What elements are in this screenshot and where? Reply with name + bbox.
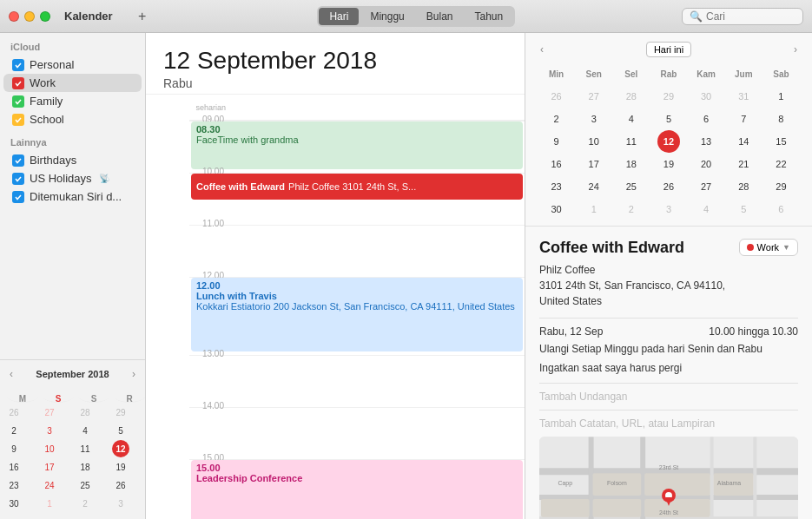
sidebar-item-birthdays[interactable]: Birthdays xyxy=(3,151,142,169)
search-input[interactable] xyxy=(706,10,793,23)
birthdays-checkbox[interactable] xyxy=(12,154,24,167)
mcg-day[interactable]: 19 xyxy=(657,153,680,175)
sidebar-item-personal[interactable]: Personal xyxy=(3,56,142,74)
mcg-day[interactable]: 9 xyxy=(545,130,568,153)
close-button[interactable] xyxy=(9,11,19,22)
mini-cal-top-prev[interactable]: ‹ xyxy=(538,43,546,56)
add-button[interactable]: + xyxy=(134,8,151,25)
personal-checkbox[interactable] xyxy=(12,59,24,71)
mini-cal-day[interactable]: 3 xyxy=(112,495,129,512)
mini-cal-day[interactable]: 10 xyxy=(41,440,58,457)
mcg-day[interactable]: 23 xyxy=(545,175,568,198)
mini-cal-day[interactable]: 16 xyxy=(5,458,23,476)
mcg-day[interactable]: 7 xyxy=(732,108,755,130)
mcg-day[interactable]: 10 xyxy=(583,130,605,153)
mini-cal-sidebar-next[interactable]: › xyxy=(129,367,138,381)
mini-cal-day[interactable]: 9 xyxy=(5,440,23,457)
mcg-day[interactable]: 16 xyxy=(545,153,568,175)
mcg-day[interactable]: 4 xyxy=(695,198,717,220)
sidebar-item-work[interactable]: Work xyxy=(3,74,142,92)
mini-cal-day[interactable]: 26 xyxy=(5,404,23,421)
event-facetime[interactable]: 08.30 FaceTime with grandma xyxy=(191,122,523,169)
mcg-day[interactable]: 29 xyxy=(657,85,680,108)
search-bar[interactable]: 🔍 xyxy=(682,8,803,25)
tab-month[interactable]: Bulan xyxy=(416,8,464,25)
mini-cal-day[interactable]: 1 xyxy=(41,495,58,512)
work-checkbox[interactable] xyxy=(12,77,24,89)
event-leadership[interactable]: 15.00 Leadership Conference xyxy=(191,460,523,519)
event-lunch[interactable]: 12.00 Lunch with Travis Kokkari Estiator… xyxy=(191,278,523,351)
us-holidays-checkbox[interactable] xyxy=(12,173,24,185)
mcg-day[interactable]: 18 xyxy=(620,153,643,175)
mcg-day[interactable]: 13 xyxy=(695,130,717,153)
mcg-day[interactable]: 1 xyxy=(769,85,792,108)
mcg-day[interactable]: 8 xyxy=(769,108,792,130)
event-coffee[interactable]: Coffee with Edward Philz Coffee 3101 24t… xyxy=(191,174,523,200)
mini-cal-day[interactable]: 18 xyxy=(76,458,94,476)
mini-cal-day[interactable]: 2 xyxy=(76,495,94,512)
mcg-day[interactable]: 25 xyxy=(620,175,643,198)
sidebar-item-us-holidays[interactable]: US Holidays 📡 xyxy=(3,169,142,187)
mcg-day[interactable]: 26 xyxy=(545,85,568,108)
mcg-day[interactable]: 20 xyxy=(695,153,717,175)
mini-cal-day[interactable]: 23 xyxy=(5,476,23,494)
mcg-day[interactable]: 11 xyxy=(620,130,643,153)
mcg-day[interactable]: 1 xyxy=(583,198,605,220)
mini-cal-sidebar-prev[interactable]: ‹ xyxy=(7,367,16,381)
mcg-day[interactable]: 3 xyxy=(583,108,605,130)
mcg-day[interactable]: 30 xyxy=(545,198,568,220)
sidebar-item-school[interactable]: School xyxy=(3,110,142,128)
mcg-day[interactable]: 29 xyxy=(769,175,792,198)
mini-cal-day[interactable]: 5 xyxy=(112,422,129,439)
mcg-day[interactable]: 22 xyxy=(769,153,792,175)
family-checkbox[interactable] xyxy=(12,95,24,108)
sidebar-item-family[interactable]: Family xyxy=(3,92,142,110)
mcg-day[interactable]: 28 xyxy=(732,175,755,198)
mini-cal-day[interactable]: 29 xyxy=(112,404,129,421)
mini-cal-day[interactable]: 27 xyxy=(41,404,58,421)
event-detail-add-invite[interactable]: Tambah Undangan xyxy=(539,391,798,403)
mini-cal-day[interactable]: 30 xyxy=(5,495,23,512)
mcg-day[interactable]: 6 xyxy=(769,198,792,220)
siri-checkbox[interactable] xyxy=(12,191,24,203)
mcg-day[interactable]: 5 xyxy=(732,198,755,220)
mini-cal-day[interactable]: 19 xyxy=(112,458,129,476)
event-detail-calendar-dropdown[interactable]: Work ▼ xyxy=(739,239,798,256)
tab-week[interactable]: Minggu xyxy=(360,8,414,25)
mini-cal-day[interactable]: 17 xyxy=(41,458,58,476)
mini-cal-day[interactable]: 11 xyxy=(76,440,94,457)
mcg-day[interactable]: 6 xyxy=(695,108,717,130)
mini-cal-today[interactable]: 12 xyxy=(112,440,129,457)
mcg-day[interactable]: 31 xyxy=(732,85,755,108)
mcg-day[interactable]: 5 xyxy=(657,108,680,130)
sidebar-item-siri[interactable]: Ditemukan Siri d... xyxy=(3,187,142,206)
mcg-day[interactable]: 17 xyxy=(583,153,605,175)
mcg-day[interactable]: 28 xyxy=(620,85,643,108)
event-detail-map[interactable]: Capp Folsom Alabama 23rd St 24th St Wise… xyxy=(539,437,798,519)
today-button[interactable]: Hari ini xyxy=(646,42,691,57)
school-checkbox[interactable] xyxy=(12,114,24,126)
mini-cal-day[interactable]: 24 xyxy=(41,476,58,494)
mcg-day[interactable]: 24 xyxy=(583,175,605,198)
mini-cal-day[interactable]: 4 xyxy=(76,422,94,439)
mini-cal-top-next[interactable]: › xyxy=(791,43,800,56)
mcg-day[interactable]: 27 xyxy=(583,85,605,108)
mcg-day[interactable]: 4 xyxy=(620,108,643,130)
event-detail-add-notes[interactable]: Tambah Catatan, URL, atau Lampiran xyxy=(539,417,798,430)
mcg-today[interactable]: 12 xyxy=(657,130,680,153)
mini-cal-day[interactable]: 2 xyxy=(5,422,23,439)
mini-cal-day[interactable]: 26 xyxy=(112,476,129,494)
tab-year[interactable]: Tahun xyxy=(465,8,514,25)
mcg-day[interactable]: 2 xyxy=(545,108,568,130)
day-scroll[interactable]: seharian 09.00 08.30 FaceTime with grand… xyxy=(146,95,525,519)
mcg-day[interactable]: 15 xyxy=(769,130,792,153)
maximize-button[interactable] xyxy=(40,11,50,22)
mcg-day[interactable]: 30 xyxy=(695,85,717,108)
mcg-day[interactable]: 2 xyxy=(620,198,643,220)
mini-cal-day[interactable]: 28 xyxy=(76,404,94,421)
mcg-day[interactable]: 14 xyxy=(732,130,755,153)
mcg-day[interactable]: 3 xyxy=(657,198,680,220)
mcg-day[interactable]: 27 xyxy=(695,175,717,198)
mini-cal-day[interactable]: 3 xyxy=(41,422,58,439)
tab-day[interactable]: Hari xyxy=(319,8,359,25)
